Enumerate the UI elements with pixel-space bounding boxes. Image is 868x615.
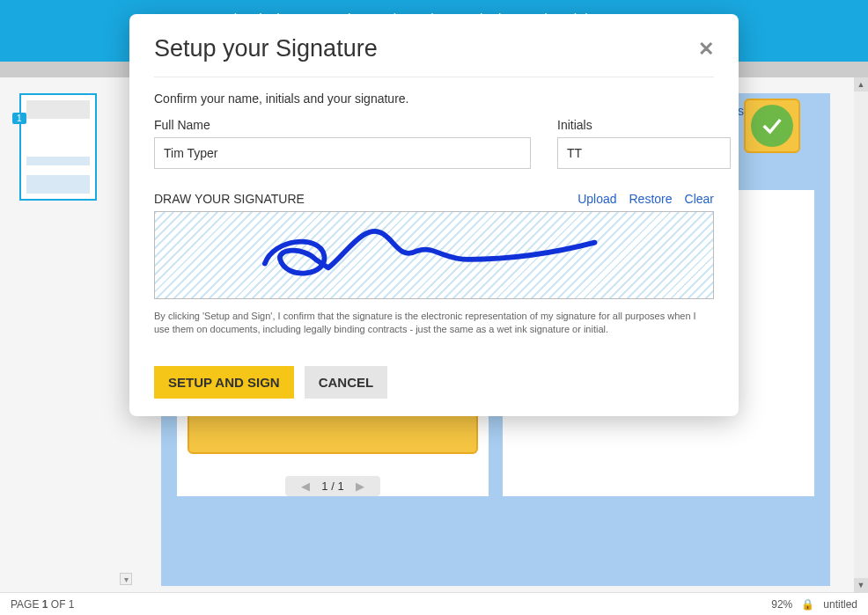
document-name: untitled xyxy=(823,598,857,611)
page-thumbnail[interactable]: 1 xyxy=(19,93,97,201)
clear-link[interactable]: Clear xyxy=(685,192,714,206)
check-circle-icon xyxy=(751,105,793,147)
modal-subtitle: Confirm your name, initials and your sig… xyxy=(154,92,714,106)
setup-and-sign-button[interactable]: SETUP AND SIGN xyxy=(154,366,294,399)
page-indicator: 1 / 1 xyxy=(321,480,343,493)
prev-page-button[interactable]: ◀ xyxy=(298,480,313,493)
scroll-down-icon[interactable]: ▼ xyxy=(854,578,868,592)
page-navigator: ◀ 1 / 1 ▶ xyxy=(285,476,380,496)
draw-signature-label: DRAW YOUR SIGNATURE xyxy=(154,192,305,206)
restore-link[interactable]: Restore xyxy=(629,192,673,206)
initials-input[interactable] xyxy=(557,137,731,169)
initials-label: Initials xyxy=(557,118,731,132)
page-status: PAGE 1 OF 1 xyxy=(11,598,75,611)
thumbnail-panel: 1 ▾ xyxy=(0,77,137,592)
upload-link[interactable]: Upload xyxy=(577,192,616,206)
signature-canvas[interactable] xyxy=(154,211,714,299)
scroll-up-icon[interactable]: ▲ xyxy=(854,77,868,92)
full-name-input[interactable] xyxy=(154,137,531,169)
modal-title: Setup your Signature xyxy=(154,35,378,62)
cancel-button[interactable]: CANCEL xyxy=(305,366,388,399)
thumbnail-page-number: 1 xyxy=(12,113,26,124)
vertical-scrollbar[interactable]: ▲ ▼ xyxy=(854,77,868,592)
drawn-signature-icon xyxy=(155,212,713,298)
status-bar: PAGE 1 OF 1 92% 🔒 untitled xyxy=(0,592,868,615)
thumbnail-preview xyxy=(26,100,90,194)
legal-disclaimer: By clicking 'Setup and Sign', I confirm … xyxy=(154,310,714,336)
lock-icon: 🔒 xyxy=(801,598,814,611)
initials-badge[interactable] xyxy=(744,99,800,153)
next-page-button[interactable]: ▶ xyxy=(353,480,367,493)
close-icon[interactable]: ✕ xyxy=(698,38,714,61)
zoom-level: 92% xyxy=(771,598,792,611)
thumb-scroll-down-icon[interactable]: ▾ xyxy=(120,573,132,585)
signature-setup-modal: Setup your Signature ✕ Confirm your name… xyxy=(129,14,739,416)
full-name-label: Full Name xyxy=(154,118,531,132)
